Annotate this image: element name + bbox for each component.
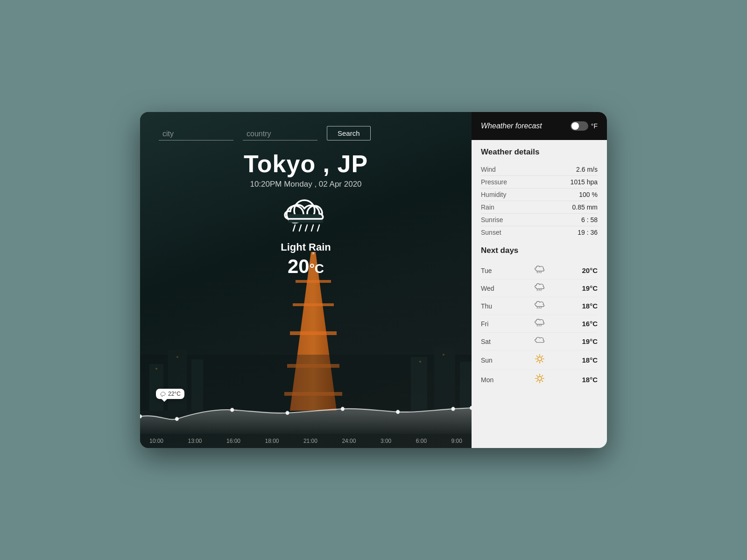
chart-label-7: 6:00 — [416, 438, 427, 444]
forecast-day: Tue — [481, 267, 498, 274]
svg-line-49 — [541, 325, 542, 326]
svg-point-15 — [176, 356, 178, 358]
detail-value: 19 : 36 — [578, 229, 598, 236]
detail-label: Sunset — [481, 229, 501, 236]
svg-line-64 — [537, 375, 538, 376]
chart-label-8: 9:00 — [451, 438, 462, 444]
svg-line-48 — [539, 325, 540, 326]
forecast-row: Sun 18°C — [481, 350, 598, 370]
svg-line-55 — [537, 356, 538, 357]
chart-label-6: 3:00 — [381, 438, 391, 444]
chart-labels: 10:00 13:00 16:00 18:00 21:00 24:00 3:00… — [140, 438, 472, 444]
detail-value: 1015 hpa — [571, 178, 598, 186]
detail-label: Humidity — [481, 191, 506, 198]
forecast-day: Wed — [481, 285, 498, 292]
tooltip-temp: 22°C — [168, 391, 181, 397]
forecast-temp: 19°C — [582, 284, 598, 292]
svg-line-43 — [541, 290, 542, 291]
unit-label: °F — [591, 122, 598, 130]
chart-label-0: 10:00 — [149, 438, 163, 444]
app-title: Wheather forecast — [481, 122, 542, 130]
forecast-day: Sun — [481, 357, 498, 364]
chart-label-3: 18:00 — [265, 438, 279, 444]
detail-value: 6 : 58 — [581, 216, 598, 224]
chart-label-1: 13:00 — [188, 438, 202, 444]
next-days-title: Next days — [481, 246, 598, 255]
forecast-icon — [535, 373, 545, 386]
svg-line-42 — [539, 290, 540, 291]
forecast-icon — [535, 336, 545, 347]
svg-line-45 — [539, 308, 540, 308]
forecast-temp: 20°C — [582, 266, 598, 274]
detail-row: Rain0.85 mm — [481, 201, 598, 214]
forecast-icon — [535, 265, 545, 276]
svg-line-24 — [299, 225, 301, 231]
app-container: Search Tokyo , JP 10:20PM Monday , 02 Ap… — [140, 112, 607, 448]
forecast-row: Thu 18°C — [481, 297, 598, 315]
svg-point-16 — [419, 361, 421, 363]
chart-tooltip: 22°C — [156, 389, 184, 399]
detail-value: 2.6 m/s — [576, 166, 598, 173]
svg-line-29 — [162, 396, 162, 397]
detail-value: 0.85 mm — [572, 203, 598, 211]
detail-rows: Wind2.6 m/sPressure1015 hpaHumidity100 %… — [481, 163, 598, 238]
svg-point-50 — [538, 357, 542, 361]
forecast-day: Fri — [481, 320, 498, 328]
svg-line-46 — [541, 308, 542, 308]
forecast-temp: 16°C — [582, 320, 598, 328]
svg-line-25 — [305, 225, 307, 231]
svg-point-32 — [230, 408, 234, 412]
svg-line-47 — [537, 325, 538, 326]
detail-row: Pressure1015 hpa — [481, 176, 598, 189]
svg-line-44 — [537, 308, 538, 308]
search-bar: Search — [140, 112, 472, 145]
chart-label-5: 24:00 — [342, 438, 356, 444]
svg-rect-2 — [293, 303, 334, 306]
svg-line-23 — [293, 225, 295, 231]
unit-toggle[interactable]: °F — [571, 121, 598, 131]
forecast-row: Mon 18°C — [481, 370, 598, 389]
weather-details-title: Weather details — [481, 147, 598, 157]
svg-line-66 — [542, 375, 543, 376]
detail-row: Sunrise6 : 58 — [481, 214, 598, 226]
svg-line-40 — [541, 272, 542, 273]
svg-line-65 — [542, 380, 543, 381]
detail-label: Rain — [481, 203, 494, 211]
right-panel: Wheather forecast °F Weather details Win… — [472, 112, 607, 448]
svg-line-26 — [311, 225, 313, 231]
svg-point-35 — [396, 410, 400, 414]
forecast-day: Mon — [481, 376, 498, 384]
weather-details-section: Weather details Wind2.6 m/sPressure1015 … — [472, 140, 607, 242]
forecast-icon — [535, 354, 545, 366]
forecast-temp: 19°C — [582, 337, 598, 345]
forecast-row: Tue 20°C — [481, 262, 598, 280]
forecast-temp: 18°C — [582, 376, 598, 384]
forecast-temp: 18°C — [582, 302, 598, 310]
forecast-rows: Tue 20°C Wed 19°C Thu — [481, 262, 598, 389]
svg-line-38 — [537, 272, 538, 273]
detail-label: Sunrise — [481, 216, 503, 224]
city-input[interactable] — [159, 128, 233, 140]
svg-point-17 — [443, 354, 444, 356]
svg-line-58 — [537, 361, 538, 362]
search-button[interactable]: Search — [327, 126, 371, 140]
chart-area: 22°C — [140, 383, 472, 448]
svg-point-31 — [175, 417, 179, 421]
weather-icon — [280, 198, 331, 238]
next-days-section: Next days Tue 20°C Wed 19°C Thu — [472, 242, 607, 397]
date-time: 10:20PM Monday , 02 Apr 2020 — [140, 180, 472, 189]
svg-line-39 — [539, 272, 540, 273]
svg-line-27 — [317, 225, 319, 231]
svg-line-41 — [537, 290, 538, 291]
svg-point-34 — [341, 407, 345, 411]
weather-condition: Light Rain — [140, 241, 472, 253]
toggle-thumb — [571, 122, 579, 130]
svg-point-33 — [286, 411, 289, 415]
weather-main: Tokyo , JP 10:20PM Monday , 02 Apr 2020 — [140, 145, 472, 278]
svg-rect-1 — [296, 280, 331, 283]
chart-label-2: 16:00 — [226, 438, 240, 444]
country-input[interactable] — [243, 128, 317, 140]
city-country: Tokyo , JP — [140, 150, 472, 178]
toggle-track[interactable] — [571, 121, 588, 131]
forecast-icon — [535, 283, 545, 294]
